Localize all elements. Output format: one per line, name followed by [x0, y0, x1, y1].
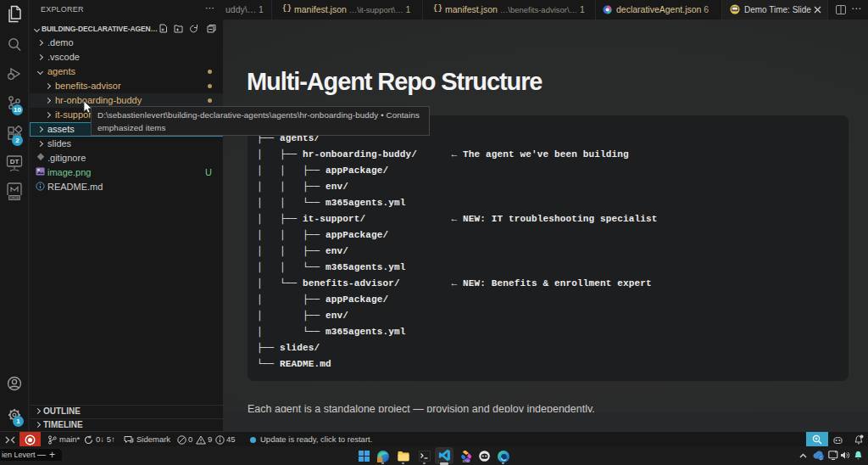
svg-text:DT: DT [10, 158, 19, 165]
svg-text:M365: M365 [463, 460, 470, 462]
svg-text:M365: M365 [9, 195, 20, 200]
